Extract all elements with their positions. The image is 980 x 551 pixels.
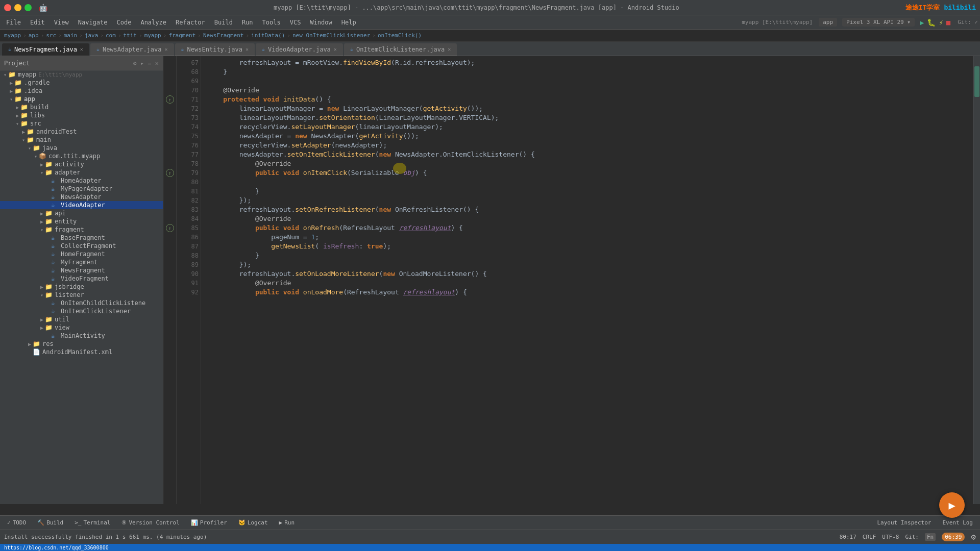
- bottom-tab-vcs[interactable]: ⑨ Version Control: [116, 518, 184, 528]
- bottom-tab-layout-inspector[interactable]: Layout Inspector: [872, 518, 936, 528]
- tree-main[interactable]: ▾ 📁 main: [0, 136, 163, 144]
- run-config[interactable]: app: [819, 18, 837, 27]
- tree-util[interactable]: ▶ 📁 util: [0, 315, 163, 323]
- breadcrumb-main[interactable]: main: [64, 32, 78, 39]
- tree-myapp[interactable]: ▾ 📁 myapp E:\ttit\myapp: [0, 70, 163, 79]
- stop-button[interactable]: ■: [946, 18, 950, 27]
- tree-java[interactable]: ▾ 📁 java: [0, 144, 163, 152]
- tree-jsbridge[interactable]: ▶ 📁 jsbridge: [0, 283, 163, 291]
- tree-onitemclick[interactable]: ☕ OnItemClickListener: [0, 307, 163, 315]
- breadcrumb-fragment[interactable]: fragment: [168, 32, 195, 39]
- breadcrumb-initdata[interactable]: initData(): [251, 32, 285, 39]
- floating-play-button[interactable]: ▶: [939, 492, 965, 518]
- tab-newsfragment[interactable]: ☕ NewsFragment.java ✕: [2, 43, 89, 56]
- maximize-button[interactable]: [24, 4, 32, 11]
- tree-mypager[interactable]: ☕ MyPagerAdapter: [0, 185, 163, 193]
- menu-vcs[interactable]: VCS: [286, 17, 305, 28]
- tree-build[interactable]: ▶ 📁 build: [0, 103, 163, 111]
- tree-newsadapter[interactable]: ☕ NewsAdapter: [0, 193, 163, 201]
- project-settings[interactable]: ⚙ ▸ = ✕: [133, 60, 159, 67]
- cursor-position[interactable]: 80:17: [840, 534, 856, 540]
- tree-newsfragment[interactable]: ☕ NewsFragment: [0, 266, 163, 274]
- tree-app[interactable]: ▾ 📁 app: [0, 95, 163, 103]
- tree-androidtest[interactable]: ▶ 📁 androidTest: [0, 128, 163, 136]
- bottom-tab-event-log[interactable]: Event Log: [937, 518, 978, 528]
- tree-myfragment[interactable]: ☕ MyFragment: [0, 258, 163, 266]
- tab-close-video[interactable]: ✕: [334, 46, 337, 52]
- tree-fragment[interactable]: ▾ 📁 fragment: [0, 226, 163, 234]
- breadcrumb-java[interactable]: java: [85, 32, 99, 39]
- menu-view[interactable]: View: [50, 17, 73, 28]
- bottom-tab-run[interactable]: ▶ Run: [274, 518, 300, 528]
- menu-help[interactable]: Help: [337, 17, 360, 28]
- tab-newsentity[interactable]: ☕ NewsEntity.java ✕: [175, 43, 255, 56]
- tree-videofragment[interactable]: ☕ VideoFragment: [0, 274, 163, 283]
- tree-adapter[interactable]: ▾ 📁 adapter: [0, 168, 163, 177]
- run-button[interactable]: ▶: [920, 18, 924, 27]
- tree-homeadapter[interactable]: ☕ HomeAdapter: [0, 177, 163, 185]
- settings-icon[interactable]: ⚙: [971, 532, 976, 542]
- tab-listener[interactable]: ☕ OnItemClickListener.java ✕: [344, 43, 457, 56]
- minimize-button[interactable]: [14, 4, 21, 11]
- tree-src[interactable]: ▾ 📁 src: [0, 119, 163, 128]
- tree-activity[interactable]: ▶ 📁 activity: [0, 160, 163, 168]
- tree-collectfragment[interactable]: ☕ CollectFragment: [0, 242, 163, 250]
- menu-file[interactable]: File: [2, 17, 25, 28]
- bottom-tab-profiler[interactable]: 📊 Profiler: [186, 518, 232, 528]
- menu-code[interactable]: Code: [113, 17, 136, 28]
- close-button[interactable]: [4, 4, 11, 11]
- bottom-tab-terminal[interactable]: >_ Terminal: [69, 518, 115, 528]
- device-selector[interactable]: Pixel 3 XL API 29 ▾: [842, 18, 915, 27]
- breadcrumb-myapp2[interactable]: myapp: [144, 32, 161, 39]
- gutter-90: [163, 269, 176, 279]
- breadcrumb-ttit[interactable]: ttit: [124, 32, 137, 39]
- menu-tools[interactable]: Tools: [258, 17, 285, 28]
- breadcrumb-src[interactable]: src: [46, 32, 56, 39]
- tree-idea[interactable]: ▶ 📁 .idea: [0, 87, 163, 95]
- breadcrumb-com[interactable]: com: [106, 32, 116, 39]
- breadcrumb-listener[interactable]: new OnItemClickListener: [292, 32, 370, 39]
- tab-close-news[interactable]: ✕: [80, 46, 83, 52]
- menu-refactor[interactable]: Refactor: [172, 17, 209, 28]
- debug-button[interactable]: 🐛: [927, 18, 936, 27]
- tab-close-entity[interactable]: ✕: [246, 46, 249, 52]
- tree-videoadapter[interactable]: ☕ VideoAdapter: [0, 201, 163, 209]
- menu-run[interactable]: Run: [238, 17, 257, 28]
- tree-gradle[interactable]: ▶ 📁 .gradle: [0, 79, 163, 87]
- menu-build[interactable]: Build: [210, 17, 237, 28]
- bottom-tab-todo[interactable]: ✓ TODO: [2, 518, 31, 528]
- breadcrumb-myapp[interactable]: myapp: [4, 32, 21, 39]
- menu-navigate[interactable]: Navigate: [74, 17, 112, 28]
- attach-button[interactable]: ⚡: [939, 18, 943, 27]
- tree-mainactivity[interactable]: ☕ MainActivity: [0, 332, 163, 340]
- gutter-88: [163, 251, 176, 260]
- tree-res[interactable]: ▶ 📁 res: [0, 340, 163, 348]
- code-line-77: newsAdapter.setOnItemClickListener(new N…: [207, 150, 973, 159]
- breadcrumb-app[interactable]: app: [29, 32, 39, 39]
- tree-onitemchild[interactable]: ☕ OnItemChildClickListene: [0, 299, 163, 307]
- tab-newsadapter[interactable]: ☕ NewsAdapter.java ✕: [90, 43, 174, 56]
- menu-analyze[interactable]: Analyze: [136, 17, 170, 28]
- tree-view[interactable]: ▶ 📁 view: [0, 323, 163, 332]
- tab-close-listener[interactable]: ✕: [448, 46, 451, 52]
- tree-listener[interactable]: ▾ 📁 listener: [0, 291, 163, 299]
- tree-api[interactable]: ▶ 📁 api: [0, 209, 163, 217]
- bottom-tab-logcat[interactable]: 🐱 Logcat: [233, 518, 273, 528]
- tree-libs[interactable]: ▶ 📁 libs: [0, 111, 163, 119]
- code-editor[interactable]: ↑ ↑ ↑: [163, 56, 980, 504]
- tab-videoadapter[interactable]: ☕ VideoAdapter.java ✕: [256, 43, 343, 56]
- line-ending[interactable]: CRLF: [863, 534, 876, 540]
- menu-window[interactable]: Window: [306, 17, 336, 28]
- charset[interactable]: UTF-8: [882, 534, 899, 540]
- tree-basefragment[interactable]: ☕ BaseFragment: [0, 234, 163, 242]
- tree-entity[interactable]: ▶ 📁 entity: [0, 217, 163, 226]
- tree-com-ttit[interactable]: ▾ 📦 com.ttit.myapp: [0, 152, 163, 160]
- tab-close-adapter[interactable]: ✕: [165, 46, 168, 52]
- tree-manifest[interactable]: 📄 AndroidManifest.xml: [0, 348, 163, 356]
- tree-homefragment[interactable]: ☕ HomeFragment: [0, 250, 163, 258]
- bottom-tab-build[interactable]: 🔨 Build: [32, 518, 68, 528]
- code-text[interactable]: refreshLayout = mRootView.findViewById(R…: [201, 56, 973, 504]
- breadcrumb-news[interactable]: NewsFragment: [203, 32, 243, 39]
- breadcrumb-onclick[interactable]: onItemClick(): [378, 32, 422, 39]
- menu-edit[interactable]: Edit: [26, 17, 49, 28]
